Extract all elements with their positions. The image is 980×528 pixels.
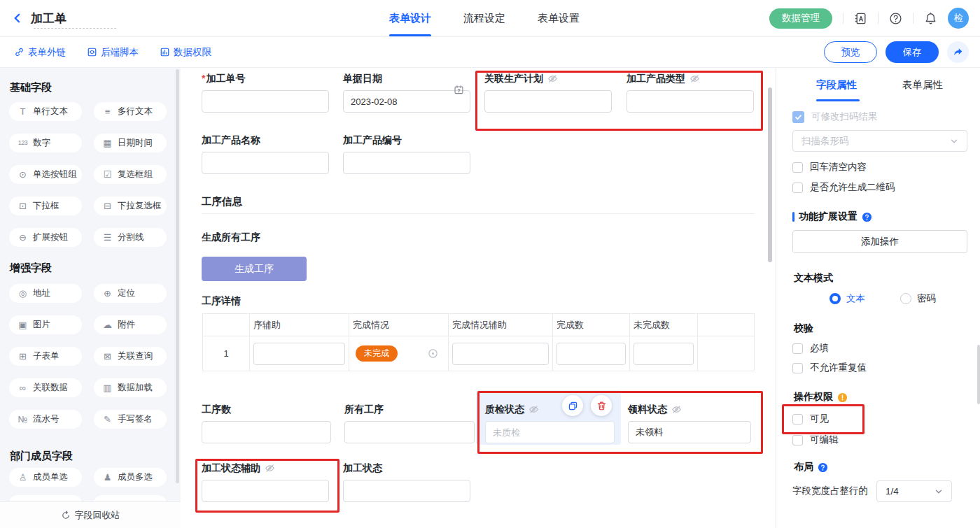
material-status-input[interactable] [628, 421, 751, 443]
processing-no-input[interactable] [202, 90, 329, 113]
completion-aux-cell-input[interactable] [452, 343, 549, 365]
sidebar-item-image[interactable]: ▣图片 [9, 315, 82, 334]
scan-type-select[interactable]: 扫描条形码 [792, 130, 967, 152]
calendar-icon[interactable] [454, 85, 464, 95]
field-processing-no[interactable]: *加工单号 [202, 73, 329, 113]
sidebar-item-extend-button[interactable]: ⊖扩展按钮 [9, 228, 82, 247]
field-doc-date[interactable]: 单据日期 [343, 73, 470, 113]
process-count-input[interactable] [202, 421, 331, 443]
save-button[interactable]: 保存 [886, 41, 939, 63]
uncompleted-count-cell-input[interactable] [634, 343, 694, 365]
doc-date-input[interactable] [343, 90, 470, 113]
sidebar-item-signature[interactable]: ✎手写签名 [94, 410, 167, 429]
field-recycle-bin[interactable]: 字段回收站 [0, 501, 181, 528]
help-circle-icon[interactable] [818, 462, 828, 473]
sidebar-item-linked-query[interactable]: ⊠关联查询 [94, 347, 167, 366]
sidebar-item-textarea[interactable]: ≡多行文本 [94, 102, 167, 121]
help-circle-icon[interactable] [862, 212, 872, 222]
allow-qrcode-checkbox[interactable] [792, 183, 803, 193]
sidebar-item-address[interactable]: ◎地址 [9, 284, 82, 303]
back-button[interactable] [13, 12, 25, 24]
data-permission-link[interactable]: 数据权限 [160, 46, 211, 59]
editable-checkbox[interactable] [792, 435, 803, 445]
sidebar-item-member-multi[interactable]: ♟成员多选 [94, 468, 167, 487]
sidebar-item-datetime[interactable]: ▦日期时间 [94, 134, 167, 152]
sidebar-item-text[interactable]: T单行文本 [9, 102, 82, 121]
pen-icon: ✎ [102, 415, 113, 424]
sidebar-item-checkbox-group[interactable]: ☑复选框组 [94, 165, 167, 184]
backend-script-link[interactable]: 后端脚本 [87, 46, 139, 59]
sidebar-item-member-single[interactable]: ♙成员单选 [9, 468, 82, 487]
status-badge[interactable]: 未完成 [356, 345, 398, 362]
contacts-book-icon[interactable] [854, 12, 867, 25]
canvas-scrollbar[interactable] [768, 87, 772, 262]
field-label: 所有工序 [344, 404, 475, 415]
aux-process-cell-input[interactable] [253, 343, 345, 365]
help-icon[interactable] [889, 12, 902, 25]
completed-count-cell-input[interactable] [556, 343, 626, 365]
sidebar-item-subform[interactable]: ⊞子表单 [9, 347, 82, 366]
add-action-button[interactable]: 添加操作 [792, 230, 967, 253]
field-status[interactable]: 加工状态 [343, 462, 470, 502]
sidebar-item-multi-select[interactable]: ⊟下拉复选框 [94, 197, 167, 215]
form-external-link[interactable]: 表单外链 [14, 46, 66, 59]
field-product-type[interactable]: 加工产品类型 [626, 73, 754, 113]
required-checkbox[interactable] [792, 343, 803, 354]
field-process-count[interactable]: 工序数 [202, 404, 331, 443]
related-plan-input[interactable] [484, 90, 612, 113]
eye-off-icon [265, 463, 275, 473]
field-label: 工序数 [202, 404, 331, 415]
tab-form-design[interactable]: 表单设计 [389, 0, 431, 36]
delete-field-button[interactable] [591, 395, 612, 416]
field-status-aux[interactable]: 加工状态辅助 [202, 462, 329, 502]
product-name-input[interactable] [202, 152, 329, 174]
column-header: 完成数 [553, 314, 630, 336]
status-aux-input[interactable] [202, 480, 329, 502]
toolbar-actions: 预览 保存 [824, 37, 969, 67]
preview-button[interactable]: 预览 [824, 41, 877, 63]
sidebar-item-divider[interactable]: ☰分割线 [94, 228, 167, 247]
sidebar-item-linked-data[interactable]: ∞关联数据 [9, 378, 82, 397]
no-duplicate-checkbox[interactable] [792, 363, 803, 373]
mode-password-radio[interactable] [900, 293, 911, 304]
scan-editable-checkbox[interactable] [792, 111, 804, 123]
sidebar-item-location[interactable]: ⊕定位 [94, 284, 167, 303]
tab-form-setting[interactable]: 表单设置 [538, 0, 580, 36]
status-input[interactable] [343, 480, 470, 502]
tab-form-properties[interactable]: 表单属性 [902, 78, 943, 92]
panel-scrollbar[interactable] [977, 345, 980, 404]
field-related-plan[interactable]: 关联生产计划 [484, 73, 612, 113]
product-type-input[interactable] [626, 90, 754, 113]
sidebar-item-select[interactable]: ⊡下拉框 [9, 197, 82, 215]
tab-field-properties[interactable]: 字段属性 [816, 78, 857, 92]
sidebar-item-radio-group[interactable]: ⊙单选按钮组 [9, 165, 82, 184]
sidebar-scrollbar[interactable] [176, 69, 179, 483]
divider-icon: ☰ [102, 233, 113, 242]
sidebar-item-data-load[interactable]: ▥数据加载 [94, 378, 167, 397]
sidebar-item-attachment[interactable]: ☁附件 [94, 315, 167, 334]
visible-checkbox[interactable] [792, 414, 803, 424]
sidebar-item-number[interactable]: 123数字 [9, 134, 82, 152]
row-number: 1 [203, 336, 250, 371]
checkbox-icon: ☑ [102, 170, 113, 179]
field-all-process[interactable]: 所有工序 [344, 404, 475, 443]
field-material-status[interactable]: 领料状态 [628, 404, 751, 443]
tab-flow-setting[interactable]: 流程设定 [463, 0, 505, 36]
sidebar-item-serial-number[interactable]: №流水号 [9, 410, 82, 429]
share-button[interactable] [947, 41, 969, 63]
qc-status-input[interactable] [485, 421, 615, 443]
generate-process-button[interactable]: 生成工序 [202, 257, 307, 281]
field-product-no[interactable]: 加工产品编号 [343, 134, 470, 174]
mode-text-radio[interactable] [830, 293, 841, 304]
field-width-select[interactable]: 1/4 [876, 480, 952, 502]
clear-on-enter-checkbox[interactable] [792, 162, 803, 173]
data-manage-button[interactable]: 数据管理 [769, 8, 832, 29]
copy-field-button[interactable] [562, 395, 583, 416]
bell-icon[interactable] [924, 12, 937, 25]
avatar[interactable]: 检 [948, 8, 969, 29]
all-process-input[interactable] [344, 421, 475, 443]
circle-dot-icon[interactable] [428, 348, 438, 359]
product-no-input[interactable] [343, 152, 470, 174]
field-product-name[interactable]: 加工产品名称 [202, 134, 329, 174]
process-detail-table: 序辅助 完成情况 完成情况辅助 完成数 未完成数 1 未完成 [202, 313, 755, 371]
